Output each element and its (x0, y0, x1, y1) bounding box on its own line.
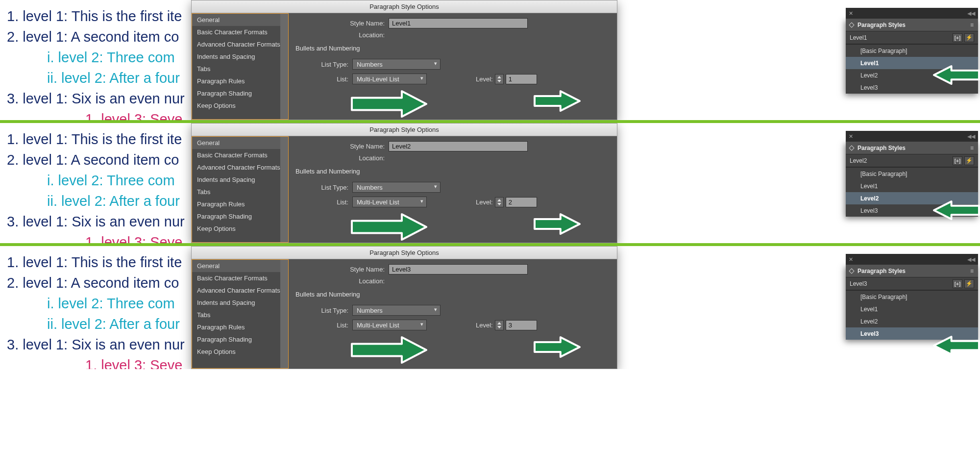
dialog-sidebar-item[interactable]: Paragraph Shading (192, 87, 288, 100)
list-type-dropdown[interactable]: Numbers (352, 305, 441, 316)
style-name-input[interactable] (389, 264, 528, 274)
current-style-name: Level1 (850, 34, 951, 41)
list-type-dropdown[interactable]: Numbers (352, 182, 441, 193)
dialog-sidebar-item[interactable]: Indents and Spacing (192, 50, 288, 63)
dialog-sidebar-item[interactable]: Basic Character Formats (192, 149, 288, 161)
dialog-sidebar-item[interactable]: Basic Character Formats (192, 272, 288, 284)
paragraph-style-item[interactable]: Level3 (846, 81, 978, 94)
dialog-sidebar-item[interactable]: Indents and Spacing (192, 297, 288, 309)
paragraph-style-item[interactable]: Level1 (846, 303, 978, 315)
collapse-icon[interactable]: ◀◀ (967, 256, 975, 263)
level-input[interactable] (506, 197, 537, 207)
doc-line: i. level 2: Three com (7, 170, 185, 191)
style-name-label: Style Name: (295, 143, 389, 150)
dialog-sidebar-item[interactable]: Tabs (192, 309, 288, 321)
doc-line: i. level 2: Three com (7, 47, 185, 68)
doc-line: 2. level 1: A second item co (7, 149, 185, 170)
panel-tabbar: ✕ ◀◀ (846, 254, 978, 265)
panel-tabbar: ✕ ◀◀ (846, 8, 978, 19)
dialog-sidebar-item[interactable]: Tabs (192, 63, 288, 75)
clear-overrides-button[interactable]: ⚡ (964, 156, 974, 165)
close-icon[interactable]: ✕ (849, 256, 853, 263)
dialog-sidebar-item[interactable]: Paragraph Shading (192, 333, 288, 346)
paragraph-style-item[interactable]: [Basic Paragraph] (846, 168, 978, 180)
collapse-icon[interactable]: ◀◀ (967, 10, 975, 17)
dialog-title: Paragraph Style Options (192, 247, 617, 259)
level-stepper[interactable] (495, 320, 504, 330)
level-input[interactable] (506, 320, 537, 330)
collapse-icon[interactable]: ◀◀ (967, 133, 975, 140)
scrollbar[interactable] (280, 137, 288, 242)
panel-menu-icon[interactable]: ≡ (970, 145, 974, 151)
close-icon[interactable]: ✕ (849, 10, 853, 17)
dialog-sidebar-item[interactable]: Advanced Character Formats (192, 161, 288, 174)
doc-line: 3. level 1: Six is an even nur (7, 88, 185, 109)
location-label: Location: (295, 31, 389, 39)
example-row: 1. level 1: This is the first ite 2. lev… (0, 0, 980, 123)
dialog-category-list[interactable]: General Basic Character Formats Advanced… (192, 13, 289, 120)
dialog-sidebar-item[interactable]: Basic Character Formats (192, 26, 288, 38)
clear-overrides-button[interactable]: ⚡ (964, 279, 974, 288)
style-name-label: Style Name: (295, 266, 389, 273)
dialog-sidebar-item[interactable]: Keep Options (192, 346, 288, 358)
clear-overrides-button[interactable]: ⚡ (964, 33, 974, 42)
list-dropdown[interactable]: Multi-Level List (352, 320, 427, 330)
dialog-sidebar-item[interactable]: General (192, 260, 288, 272)
dialog-sidebar-item[interactable]: Paragraph Shading (192, 210, 288, 223)
dialog-sidebar-item[interactable]: Keep Options (192, 100, 288, 112)
level-input[interactable] (506, 74, 537, 84)
paragraph-style-item[interactable]: Level2 (846, 192, 978, 204)
scrollbar[interactable] (280, 14, 288, 119)
dialog-sidebar-item[interactable]: Tabs (192, 186, 288, 198)
level-stepper[interactable] (495, 197, 504, 207)
list-type-dropdown[interactable]: Numbers (352, 59, 441, 70)
panel-menu-icon[interactable]: ≡ (970, 22, 974, 28)
doc-line: ii. level 2: After a four (7, 191, 185, 211)
dialog-category-list[interactable]: General Basic Character Formats Advanced… (192, 259, 289, 369)
list-dropdown[interactable]: Multi-Level List (352, 197, 427, 207)
panel-title: Paragraph Styles (858, 268, 906, 274)
document-preview: 1. level 1: This is the first ite 2. lev… (7, 6, 185, 123)
document-preview: 1. level 1: This is the first ite 2. lev… (7, 252, 185, 369)
dialog-sidebar-item[interactable]: General (192, 14, 288, 26)
dialog-title: Paragraph Style Options (192, 124, 617, 136)
diamond-icon (849, 22, 854, 27)
close-icon[interactable]: ✕ (849, 133, 853, 140)
style-name-input[interactable] (389, 141, 528, 151)
location-label: Location: (295, 277, 389, 285)
paragraph-style-item[interactable]: [Basic Paragraph] (846, 291, 978, 303)
paragraph-style-item[interactable]: Level2 (846, 69, 978, 81)
level-stepper[interactable] (495, 74, 504, 84)
dialog-sidebar-item[interactable]: Paragraph Rules (192, 198, 288, 210)
doc-line: 1. level 1: This is the first ite (7, 6, 185, 26)
paragraph-style-list[interactable]: [Basic Paragraph]Level1Level2Level3 (846, 168, 978, 217)
paragraph-style-options-dialog: Paragraph Style Options General Basic Ch… (191, 123, 617, 243)
style-name-input[interactable] (389, 18, 528, 28)
new-style-button[interactable]: [+] (953, 156, 962, 165)
new-style-button[interactable]: [+] (953, 279, 962, 288)
dialog-sidebar-item[interactable]: Advanced Character Formats (192, 38, 288, 50)
scrollbar[interactable] (280, 260, 288, 368)
dialog-sidebar-item[interactable]: Advanced Character Formats (192, 284, 288, 297)
paragraph-style-item[interactable]: Level3 (846, 327, 978, 340)
paragraph-style-item[interactable]: Level3 (846, 204, 978, 217)
paragraph-style-item[interactable]: Level1 (846, 57, 978, 69)
dialog-sidebar-item[interactable]: General (192, 137, 288, 149)
dialog-sidebar-item[interactable]: Paragraph Rules (192, 321, 288, 333)
paragraph-style-list[interactable]: [Basic Paragraph]Level1Level2Level3 (846, 45, 978, 94)
panel-menu-icon[interactable]: ≡ (970, 268, 974, 274)
list-label: List: (295, 322, 352, 329)
list-dropdown[interactable]: Multi-Level List (352, 74, 427, 84)
dialog-sidebar-item[interactable]: Keep Options (192, 223, 288, 235)
paragraph-style-item[interactable]: [Basic Paragraph] (846, 45, 978, 57)
current-style-name: Level2 (850, 157, 951, 164)
dialog-category-list[interactable]: General Basic Character Formats Advanced… (192, 136, 289, 243)
paragraph-style-item[interactable]: Level2 (846, 315, 978, 327)
new-style-button[interactable]: [+] (953, 33, 962, 42)
paragraph-style-item[interactable]: Level1 (846, 180, 978, 192)
paragraph-style-list[interactable]: [Basic Paragraph]Level1Level2Level3 (846, 291, 978, 340)
example-row: 1. level 1: This is the first ite 2. lev… (0, 246, 980, 369)
dialog-sidebar-item[interactable]: Paragraph Rules (192, 75, 288, 87)
dialog-sidebar-item[interactable]: Indents and Spacing (192, 174, 288, 186)
arrow-right-icon (533, 335, 582, 359)
